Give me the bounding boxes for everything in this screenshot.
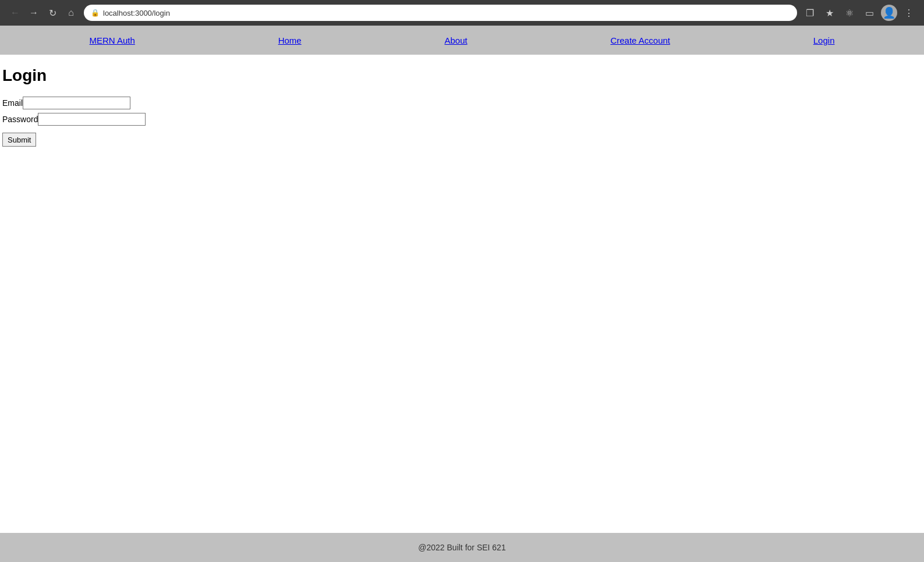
footer: @2022 Built for SEI 621 <box>0 533 924 562</box>
nav-home[interactable]: Home <box>278 35 302 45</box>
navbar: MERN Auth Home About Create Account Logi… <box>0 26 924 55</box>
browser-chrome: ← → ↻ ⌂ 🔒 localhost:3000/login ❐ ★ ⚛ ▭ 👤… <box>0 0 924 26</box>
split-button[interactable]: ▭ <box>861 5 877 21</box>
nav-about[interactable]: About <box>444 35 467 45</box>
browser-nav-buttons: ← → ↻ ⌂ <box>7 5 79 21</box>
main-content: Login Email Password Submit <box>0 55 924 533</box>
password-input[interactable] <box>38 113 146 126</box>
bookmark-button[interactable]: ★ <box>822 5 838 21</box>
email-input[interactable] <box>23 97 130 109</box>
email-label: Email <box>2 98 23 108</box>
reload-button[interactable]: ↻ <box>44 5 61 21</box>
nav-create-account[interactable]: Create Account <box>610 35 670 45</box>
share-button[interactable]: ❐ <box>802 5 818 21</box>
profile-button[interactable]: 👤 <box>881 5 897 21</box>
browser-toolbar-right: ❐ ★ ⚛ ▭ 👤 ⋮ <box>802 5 917 21</box>
menu-button[interactable]: ⋮ <box>901 5 917 21</box>
page-title: Login <box>2 66 924 85</box>
login-form: Email Password Submit <box>2 97 924 147</box>
password-label: Password <box>2 115 38 124</box>
nav-brand[interactable]: MERN Auth <box>90 35 135 45</box>
footer-text: @2022 Built for SEI 621 <box>418 543 505 552</box>
back-button[interactable]: ← <box>7 5 23 21</box>
address-bar[interactable]: 🔒 localhost:3000/login <box>84 5 797 21</box>
lock-icon: 🔒 <box>91 9 100 17</box>
submit-button[interactable]: Submit <box>2 133 36 147</box>
extensions-button[interactable]: ⚛ <box>841 5 858 21</box>
home-button[interactable]: ⌂ <box>63 5 79 21</box>
url-text: localhost:3000/login <box>103 9 170 17</box>
nav-login[interactable]: Login <box>813 35 835 45</box>
forward-button[interactable]: → <box>26 5 42 21</box>
navbar-links: MERN Auth Home About Create Account Logi… <box>55 35 870 45</box>
email-group: Email <box>2 97 924 109</box>
password-group: Password <box>2 113 924 126</box>
